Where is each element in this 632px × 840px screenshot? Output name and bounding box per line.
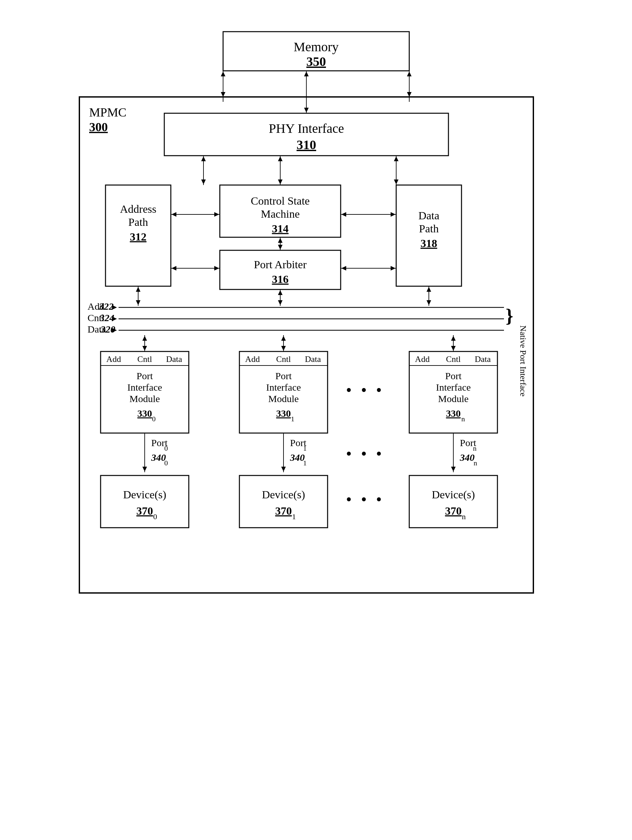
svg-text:Machine: Machine xyxy=(261,208,299,220)
svg-rect-143 xyxy=(239,475,328,528)
svg-text:Module: Module xyxy=(129,393,160,404)
svg-marker-31 xyxy=(407,92,412,97)
svg-text:0: 0 xyxy=(164,444,168,452)
svg-rect-139 xyxy=(101,475,189,528)
svg-text:n: n xyxy=(462,512,466,521)
svg-text:Data: Data xyxy=(166,354,182,364)
svg-text:340: 340 xyxy=(290,452,305,463)
svg-text:350: 350 xyxy=(306,54,326,69)
svg-text:MPMC: MPMC xyxy=(89,106,127,119)
svg-text:1: 1 xyxy=(292,512,296,521)
svg-text:300: 300 xyxy=(89,120,108,134)
svg-text:PHY Interface: PHY Interface xyxy=(268,121,344,136)
diagram-svg: Memory 350 MPMC 300 PHY Interface 310 Ad… xyxy=(63,22,569,818)
svg-text:340: 340 xyxy=(151,452,166,463)
svg-text:314: 314 xyxy=(272,223,288,235)
svg-text:n: n xyxy=(473,444,477,452)
svg-marker-29 xyxy=(304,71,309,76)
svg-text:Data: Data xyxy=(475,354,491,364)
svg-text:• • •: • • • xyxy=(346,444,385,463)
svg-text:Add: Add xyxy=(415,354,429,364)
svg-marker-32 xyxy=(407,71,412,76)
svg-text:Port Arbiter: Port Arbiter xyxy=(254,259,307,270)
svg-text:1: 1 xyxy=(303,444,307,452)
svg-text:370: 370 xyxy=(136,505,153,517)
svg-text:• • •: • • • xyxy=(346,381,385,399)
svg-text:Interface: Interface xyxy=(266,382,301,393)
svg-text:Port: Port xyxy=(445,370,461,381)
svg-text:Device(s): Device(s) xyxy=(261,488,305,501)
svg-text:n: n xyxy=(461,415,465,423)
svg-text:312: 312 xyxy=(130,231,146,243)
svg-text:Add: Add xyxy=(245,354,260,364)
svg-text:}: } xyxy=(505,305,513,326)
svg-text:322: 322 xyxy=(99,301,114,312)
svg-text:Add: Add xyxy=(106,354,121,364)
svg-text:370: 370 xyxy=(445,505,461,517)
svg-text:0: 0 xyxy=(153,512,157,521)
svg-text:316: 316 xyxy=(272,273,288,285)
svg-text:Interface: Interface xyxy=(127,382,162,393)
svg-rect-148 xyxy=(409,475,497,528)
svg-marker-26 xyxy=(221,71,225,76)
svg-text:330: 330 xyxy=(446,408,461,419)
svg-text:330: 330 xyxy=(276,408,291,419)
svg-text:1: 1 xyxy=(303,459,307,467)
svg-text:0: 0 xyxy=(164,459,168,467)
svg-text:Interface: Interface xyxy=(436,382,470,393)
svg-text:340: 340 xyxy=(459,452,475,463)
svg-text:Path: Path xyxy=(128,216,147,228)
svg-text:Port: Port xyxy=(275,370,291,381)
svg-text:1: 1 xyxy=(291,415,294,423)
svg-text:Cntl: Cntl xyxy=(446,354,461,364)
svg-text:Data: Data xyxy=(418,210,439,222)
svg-text:Module: Module xyxy=(438,393,468,404)
svg-text:Cntl: Cntl xyxy=(137,354,152,364)
svg-text:Module: Module xyxy=(268,393,299,404)
svg-text:330: 330 xyxy=(137,408,152,419)
svg-text:Device(s): Device(s) xyxy=(123,488,166,501)
svg-text:Port: Port xyxy=(136,370,153,381)
svg-text:0: 0 xyxy=(152,415,155,423)
svg-text:318: 318 xyxy=(420,237,437,249)
svg-text:• • •: • • • xyxy=(346,490,385,508)
svg-text:Native Port Interface: Native Port Interface xyxy=(518,325,528,396)
svg-text:Data: Data xyxy=(305,354,321,364)
diagram-container: Memory 350 MPMC 300 PHY Interface 310 Ad… xyxy=(63,22,569,818)
svg-text:Device(s): Device(s) xyxy=(431,488,475,501)
svg-text:370: 370 xyxy=(275,505,291,517)
svg-text:n: n xyxy=(474,459,477,467)
svg-text:Cntl: Cntl xyxy=(276,354,291,364)
svg-marker-25 xyxy=(221,92,225,97)
svg-rect-20 xyxy=(396,185,461,286)
svg-text:Memory: Memory xyxy=(294,39,339,54)
svg-text:Address: Address xyxy=(120,203,156,215)
svg-text:Path: Path xyxy=(419,223,438,235)
svg-text:310: 310 xyxy=(296,137,316,152)
svg-text:Control State: Control State xyxy=(250,195,309,207)
